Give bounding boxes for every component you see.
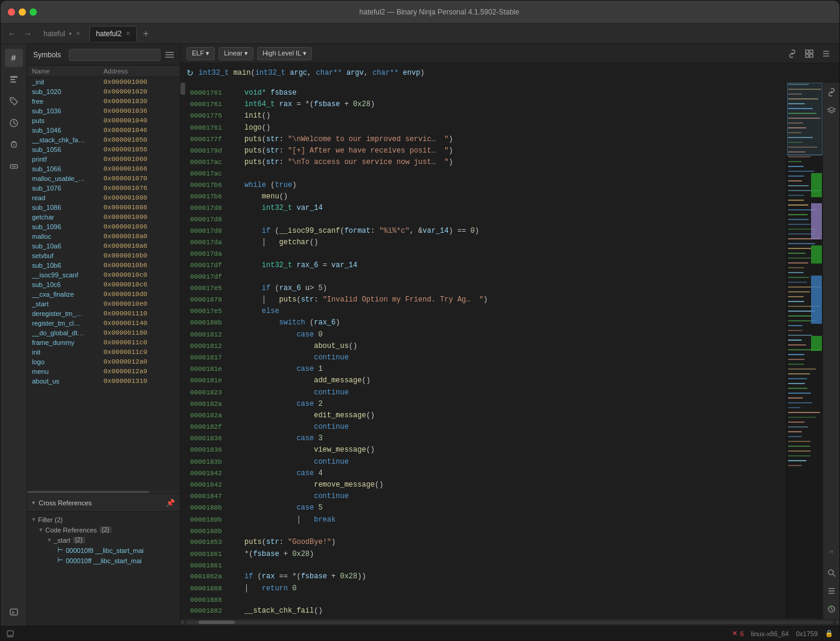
tab-hateful-close[interactable]: ✕ [75,30,80,37]
xref-title: Cross References [39,499,162,507]
sym-row-sub1096[interactable]: sub_10960x000001096 [27,222,180,232]
sym-row-init[interactable]: _init0x000001000 [27,77,180,87]
code-editor[interactable]: 00001761 void* fsbase 00001761 int64_t r… [185,83,786,619]
sym-row-init2[interactable]: init0x0000011c9 [27,347,180,357]
vscroll-symbols[interactable] [27,491,180,493]
sym-row-stack-chk[interactable]: __stack_chk_fa…0x000001050 [27,135,180,145]
sym-row-menu[interactable]: menu0x0000012a9 [27,367,180,376]
xref-ref2[interactable]: ⊢ 000010ff __libc_start_mai [27,555,180,566]
code-line-if-rax: 000017e5 if (rax_6 u> 5) [185,283,786,294]
minimize-button[interactable] [19,8,26,16]
status-lock-icon[interactable]: 🔒 [825,630,833,637]
sidebar-icon-functions[interactable] [5,71,23,89]
back-button[interactable]: ← [5,27,19,40]
sidebar-icon-strings[interactable] [5,157,23,175]
svg-rect-1 [10,79,15,80]
sym-row-sub1086[interactable]: sub_10860x000001086 [27,203,180,212]
func-refresh-icon[interactable]: ↻ [186,68,194,78]
sidebar-icon-debug[interactable] [5,136,23,154]
list-icon[interactable] [819,46,833,61]
sym-row-free[interactable]: free0x000001030 [27,96,180,106]
xref-code-refs-item[interactable]: ▾ Code References {2} [27,525,180,535]
hscroll-thumb[interactable] [199,620,235,624]
sym-row-malloc[interactable]: malloc0x0000010a0 [27,232,180,241]
code-line-break: 0000180b │ break [185,514,786,526]
vscroll-thumb[interactable] [180,83,185,95]
minimap[interactable] [786,83,822,619]
link-icon[interactable] [785,46,800,61]
sym-row-sub10c6[interactable]: sub_10c60x0000010c6 [27,280,180,289]
sym-row-sub1020[interactable]: sub_10200x000001020 [27,87,180,96]
right-search-icon[interactable] [824,566,839,580]
grid-icon[interactable] [802,46,816,61]
code-line-edit-msg: 0000182a edit_message() [185,410,786,422]
xref-ref1[interactable]: ⊢ 000010f8 __libc_start_mai [27,545,180,555]
svg-rect-0 [10,76,18,78]
xref-start-item[interactable]: ▾ _start {2} [27,535,180,545]
right-menu-icon[interactable] [824,584,839,598]
sym-row-register-tm[interactable]: register_tm_cl…0x000001140 [27,318,180,328]
code-line-rax6: 000017df int32_t rax_6 = var_14 [185,260,786,271]
sym-row-about-us[interactable]: about_us0x000001310 [27,376,180,386]
sym-row-do-global[interactable]: __do_global_dt…0x000001180 [27,328,180,338]
xref-panel: ▾ Cross References 📌 ▾ Filter (2) ▾ Code… [27,493,180,626]
symbols-search-input[interactable] [69,49,161,61]
sym-row-cxa-finalize[interactable]: __cxa_finalize0x0000010d0 [27,289,180,299]
right-icon-panel: " [822,83,839,619]
sidebar-icon-tags[interactable] [5,92,23,110]
tab-hateful2-close[interactable]: ✕ [126,30,130,37]
xref-pin-button[interactable]: 📌 [166,499,175,507]
sym-row-puts[interactable]: puts0x000001040 [27,116,180,125]
sym-row-sub1046[interactable]: sub_10460x000001046 [27,125,180,135]
sym-row-sub10b6[interactable]: sub_10b60x0000010b6 [27,261,180,270]
sym-row-malloc-usable[interactable]: malloc_usable_…0x000001070 [27,174,180,183]
forward-button[interactable]: → [21,27,34,40]
app-window: hateful2 — Binary Ninja Personal 4.1.590… [0,0,840,641]
window-title: hateful2 — Binary Ninja Personal 4.1.590… [46,8,832,16]
right-layers-icon[interactable] [824,103,839,118]
svg-rect-16 [810,54,813,57]
code-line-scanf: 000017d8 if (__isoc99_scanf(format: "%i%… [185,226,786,237]
sym-row-setvbuf[interactable]: setvbuf0x0000010b0 [27,251,180,261]
right-link-icon[interactable] [824,85,839,99]
hlil-dropdown[interactable]: High Level IL ▾ [257,47,312,60]
tab-hateful[interactable]: hateful ● ✕ [37,26,87,42]
tab-hateful2[interactable]: hateful2 ✕ [89,26,137,42]
status-terminal[interactable] [7,630,14,637]
sym-row-frame-dummy[interactable]: frame_dummy0x0000011c0 [27,338,180,347]
sym-row-sub1066[interactable]: sub_10660x000001066 [27,164,180,174]
linear-dropdown[interactable]: Linear ▾ [218,47,253,60]
right-quote-icon: " [824,548,839,562]
hscroll-bar[interactable] [180,619,839,626]
sym-row-sub10a6[interactable]: sub_10a60x0000010a6 [27,241,180,251]
sym-row-deregister[interactable]: deregister_tm_…0x000001110 [27,309,180,318]
sym-row-read[interactable]: read0x000001080 [27,193,180,203]
hscroll-track[interactable] [186,620,833,624]
code-line-7: 000017ac puts(str: "\nTo access our serv… [185,157,786,168]
sym-row-sub1076[interactable]: sub_10760x000001076 [27,183,180,193]
sym-row-start[interactable]: _start0x0000010e0 [27,299,180,309]
sidebar-icon-hash[interactable]: # [5,49,23,67]
xref-filter-item[interactable]: ▾ Filter (2) [27,514,180,525]
sym-row-sub1056[interactable]: sub_10560x000001056 [27,145,180,154]
sym-row-logo[interactable]: logo0x0000012a0 [27,357,180,367]
elf-dropdown[interactable]: ELF ▾ [186,47,215,60]
right-history-icon[interactable] [824,602,839,616]
xref-start-label: _start [54,537,71,544]
code-line-continue1: 00001817 continue [185,352,786,364]
maximize-button[interactable] [30,8,37,16]
code-line-case4: 00001842 case 4 [185,468,786,479]
sym-row-sub1036[interactable]: sub_10360x000001036 [27,106,180,116]
svg-rect-2 [10,81,16,83]
sym-row-isoc99-scanf[interactable]: __isoc99_scanf0x0000010c0 [27,270,180,280]
new-tab-button[interactable]: + [139,27,153,40]
sidebar-icon-nav[interactable] [5,114,23,132]
symbols-menu-icon[interactable] [165,51,174,59]
sym-row-printf[interactable]: printf0x000001060 [27,154,180,164]
code-line-invalid: 00001878 │ puts(str: "Invalid Option my … [185,294,786,306]
close-button[interactable] [8,8,15,16]
sym-row-getchar[interactable]: getchar0x000001090 [27,212,180,222]
col-addr: Address [104,68,176,75]
sidebar-icon-terminal[interactable] [5,603,23,621]
xref-expand-icon[interactable]: ▾ [32,499,35,506]
